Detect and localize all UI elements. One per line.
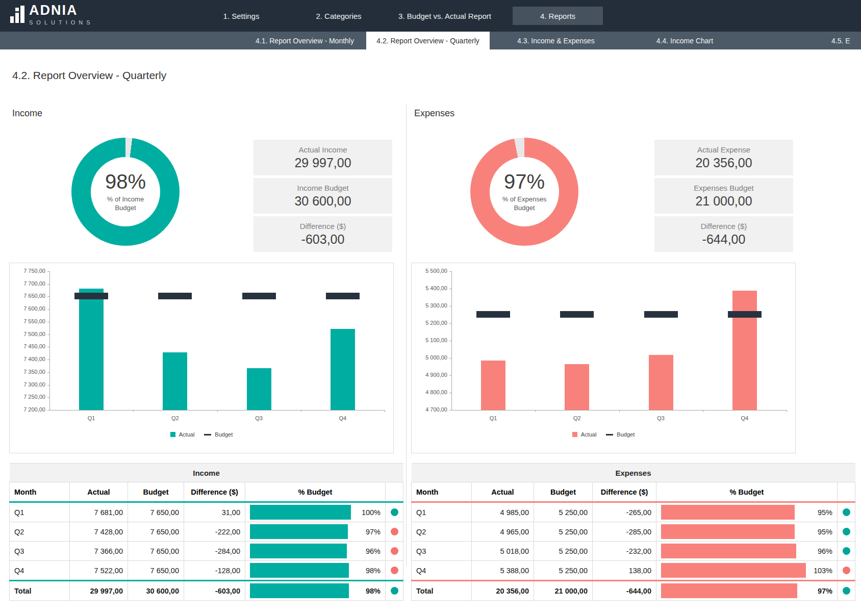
pct-bar-track — [250, 524, 354, 539]
cell-budget: 7 650,00 — [128, 522, 184, 542]
cell-month: Q1 — [412, 502, 472, 522]
status-dot — [391, 567, 398, 574]
pct-bar-track — [661, 524, 806, 539]
cell-difference: -285,00 — [593, 522, 656, 542]
nav-item-reports[interactable]: 4. Reports — [513, 7, 603, 25]
cell-month: Q2 — [10, 522, 70, 542]
expenses-donut-percentage: 97% — [504, 171, 545, 192]
x-axis-tick — [787, 410, 787, 412]
cell-status — [386, 542, 403, 561]
cell-pct-budget: 97% — [245, 522, 386, 542]
actual-bar — [247, 368, 271, 410]
x-axis-label: Q2 — [562, 415, 592, 421]
cell-month: Q4 — [412, 561, 472, 581]
cell-month: Q1 — [10, 502, 70, 522]
y-axis-tick-label: 7 450,00 — [10, 343, 45, 349]
x-axis-tick — [133, 410, 134, 412]
col-budget: Budget — [128, 482, 184, 502]
pct-bar-track — [250, 505, 354, 520]
pct-bar — [250, 583, 349, 598]
y-axis-tick-label: 5 400,00 — [412, 285, 447, 291]
actual-bar — [565, 364, 589, 410]
y-axis-tick-label: 7 400,00 — [10, 356, 45, 362]
y-axis-tick-label: 7 250,00 — [10, 394, 45, 400]
tab-income-chart[interactable]: 4.4. Income Chart — [635, 32, 735, 49]
x-axis-label: Q2 — [160, 415, 190, 421]
x-axis-tick — [619, 410, 620, 412]
y-axis-tick-label: 4 900,00 — [412, 372, 447, 378]
cell-budget: 7 650,00 — [128, 502, 184, 522]
y-axis-tick-label: 7 750,00 — [10, 268, 45, 274]
col-status — [838, 482, 855, 502]
nav-item-categories[interactable]: 2. Categories — [295, 0, 382, 32]
col-pct-budget: % Budget — [656, 482, 838, 502]
table-row: Q37 366,007 650,00-284,0096% — [10, 542, 403, 561]
tab-expense-chart-truncated[interactable]: 4.5. E — [831, 32, 861, 49]
cell-difference: 31,00 — [184, 502, 245, 522]
pct-value: 97% — [810, 587, 832, 595]
y-axis-tick-label: 7 300,00 — [10, 381, 45, 388]
kpi-income-budget: Income Budget 30 600,00 — [254, 178, 392, 214]
nav-item-settings[interactable]: 1. Settings — [203, 0, 280, 32]
status-dot — [391, 508, 398, 516]
tab-report-overview-monthly[interactable]: 4.1. Report Overview - Monthly — [232, 32, 377, 49]
chart-legend: ActualBudget — [10, 431, 393, 438]
status-dot — [843, 508, 850, 516]
status-dot — [391, 528, 398, 535]
report-tabs-bar: 4.1. Report Overview - Monthly 4.2. Repo… — [0, 32, 861, 49]
kpi-actual-expense: Actual Expense 20 356,00 — [654, 140, 793, 175]
y-axis-tick-label: 7 350,00 — [10, 369, 45, 375]
pct-bar-track — [661, 505, 806, 520]
cell-pct-budget: 96% — [656, 542, 838, 561]
cell-actual: 20 356,00 — [472, 581, 534, 601]
x-axis-tick — [535, 410, 536, 412]
pct-bar-track — [250, 563, 354, 578]
table-row: Q27 428,007 650,00-222,0097% — [10, 522, 403, 542]
status-dot — [843, 547, 850, 555]
pct-bar-track — [661, 563, 806, 578]
table-row: Q24 965,005 250,00-285,0095% — [412, 522, 855, 542]
panel-divider — [406, 105, 407, 566]
y-axis-line — [451, 271, 452, 410]
tab-income-expenses[interactable]: 4.3. Income & Expenses — [497, 32, 615, 49]
cell-month: Q3 — [10, 542, 70, 561]
kpi-income-difference: Difference ($) -603,00 — [254, 216, 392, 252]
table-header-row: Month Actual Budget Difference ($) % Bud… — [412, 482, 855, 502]
tab-report-overview-quarterly[interactable]: 4.2. Report Overview - Quarterly — [366, 32, 490, 49]
table-total-row: Total20 356,0021 000,00-644,0097% — [412, 581, 855, 601]
pct-bar — [661, 583, 797, 598]
cell-difference: -128,00 — [184, 561, 245, 581]
col-month: Month — [412, 482, 472, 502]
y-axis-tick-label: 5 000,00 — [412, 354, 447, 361]
cell-pct-budget: 103% — [656, 561, 838, 581]
x-axis-tick — [703, 410, 703, 412]
cell-month: Total — [10, 581, 70, 601]
expenses-kpi-stack: Actual Expense 20 356,00 Expenses Budget… — [654, 140, 793, 254]
pct-value: 100% — [358, 508, 381, 517]
y-axis-tick-label: 5 200,00 — [412, 320, 447, 326]
cell-status — [386, 581, 403, 601]
x-axis-tick — [217, 410, 218, 412]
cell-difference: -265,00 — [593, 502, 656, 522]
cell-difference: -232,00 — [593, 542, 656, 561]
cell-status — [386, 502, 403, 522]
table-title-row: Expenses — [412, 464, 855, 482]
actual-bar — [649, 355, 673, 410]
cell-pct-budget: 96% — [245, 542, 386, 561]
x-axis-tick — [301, 410, 301, 412]
legend-budget-swatch — [204, 434, 211, 435]
y-axis-line — [49, 271, 50, 410]
table-header-row: Month Actual Budget Difference ($) % Bud… — [10, 482, 403, 502]
budget-marker — [728, 311, 762, 318]
kpi-expenses-difference: Difference ($) -644,00 — [654, 216, 793, 252]
budget-marker — [560, 311, 594, 318]
income-table: Income Month Actual Budget Difference ($… — [9, 463, 403, 601]
pct-value: 98% — [358, 587, 381, 595]
pct-bar-track — [661, 583, 806, 598]
x-axis-tick — [385, 410, 385, 412]
x-axis-label: Q1 — [478, 415, 509, 421]
col-difference: Difference ($) — [184, 482, 245, 502]
nav-item-budget-vs-actual[interactable]: 3. Budget vs. Actual Report — [385, 0, 505, 32]
table-title: Income — [10, 464, 403, 482]
cell-budget: 7 650,00 — [128, 561, 184, 581]
